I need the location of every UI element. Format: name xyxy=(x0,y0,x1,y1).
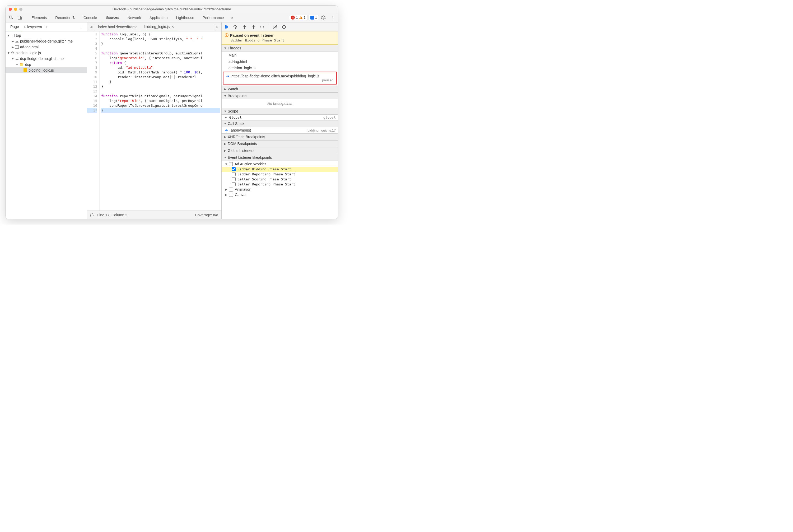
elb-checkbox[interactable] xyxy=(232,182,235,186)
global-listeners-header[interactable]: ▶Global Listeners xyxy=(222,147,338,154)
more-nav-tabs-icon[interactable]: » xyxy=(46,25,48,29)
coverage-status: Coverage: n/a xyxy=(195,213,218,217)
step-button[interactable] xyxy=(260,24,265,30)
tab-lighthouse[interactable]: Lighthouse xyxy=(172,14,198,22)
js-file-icon xyxy=(23,68,27,72)
thread-main[interactable]: Main xyxy=(222,52,338,58)
close-tab-icon[interactable]: ✕ xyxy=(171,24,174,29)
thread-bidding-logic[interactable]: ➔ https://dsp-fledge-demo.glitch.me/dsp/… xyxy=(223,72,337,84)
scope-header[interactable]: ▼Scope xyxy=(222,108,338,115)
file-tab-bidding[interactable]: bidding_logic.js✕ xyxy=(141,23,177,31)
issue-badge-icon xyxy=(310,16,314,20)
dom-breakpoints-header[interactable]: ▶DOM Breakpoints xyxy=(222,140,338,147)
partial-checkbox-icon[interactable]: − xyxy=(229,162,233,166)
tab-application[interactable]: Application xyxy=(146,14,171,22)
threads-header[interactable]: ▼Threads xyxy=(222,45,338,52)
callstack-frame[interactable]: ➔ (anonymous) bidding_logic.js:17 xyxy=(222,127,338,133)
tab-recorder[interactable]: Recorder ⚗ xyxy=(52,14,79,22)
line-gutter: 1234567891011121314151617 xyxy=(87,32,99,211)
elb-bidder-reporting-start[interactable]: Bidder Reporting Phase Start xyxy=(222,172,338,177)
svg-rect-12 xyxy=(284,26,285,28)
settings-icon[interactable] xyxy=(320,14,327,21)
warning-badge-icon xyxy=(299,16,303,19)
watch-header[interactable]: ▶Watch xyxy=(222,86,338,92)
step-into-button[interactable] xyxy=(242,24,247,30)
elb-category-ad-auction[interactable]: ▼−Ad Auction Worklet xyxy=(222,162,338,167)
svg-rect-11 xyxy=(283,26,284,28)
elb-category-animation[interactable]: ▶Animation xyxy=(222,187,338,192)
tab-network[interactable]: Network xyxy=(124,14,145,22)
navigator-panel: Page Filesystem » ⋮ ▼top ▶☁publisher-fle… xyxy=(5,22,87,219)
nav-tab-filesystem[interactable]: Filesystem xyxy=(22,23,45,31)
folder-icon: 📁 xyxy=(19,62,24,66)
tab-console[interactable]: Console xyxy=(80,14,101,22)
elb-checkbox[interactable] xyxy=(232,167,235,171)
issues-badge[interactable]: 1 xyxy=(308,15,319,20)
close-window-button[interactable] xyxy=(9,8,12,11)
deactivate-breakpoints-button[interactable] xyxy=(272,24,278,30)
pause-exceptions-button[interactable] xyxy=(281,24,287,30)
step-over-button[interactable] xyxy=(233,24,239,30)
current-frame-arrow-icon: ➔ xyxy=(225,128,228,132)
devtools-window: DevTools - publisher-fledge-demo.glitch.… xyxy=(5,5,338,219)
tree-item-adtag[interactable]: ▶ad-tag.html xyxy=(5,44,87,50)
minimize-window-button[interactable] xyxy=(14,8,17,11)
tree-item-domain[interactable]: ▶☁publisher-fledge-demo.glitch.me xyxy=(5,38,87,44)
flask-icon: ⚗ xyxy=(72,16,75,20)
more-tabs-icon[interactable]: » xyxy=(228,14,236,21)
device-toolbar-icon[interactable] xyxy=(16,14,23,21)
elb-category-canvas[interactable]: ▶Canvas xyxy=(222,192,338,197)
maximize-window-button[interactable] xyxy=(19,8,22,11)
elb-seller-reporting-start[interactable]: Seller Reporting Phase Start xyxy=(222,182,338,187)
nav-back-icon[interactable]: ◀ xyxy=(88,24,94,30)
svg-rect-4 xyxy=(225,25,226,28)
cloud-icon: ☁ xyxy=(15,39,19,43)
titlebar: DevTools - publisher-fledge-demo.glitch.… xyxy=(5,5,338,13)
svg-rect-0 xyxy=(10,16,12,18)
tree-item-worklet[interactable]: ▼⚙bidding_logic.js xyxy=(5,50,87,56)
tree-item-dsp-domain[interactable]: ▼☁dsp-fledge-demo.glitch.me xyxy=(5,56,87,61)
nav-kebab-icon[interactable]: ⋮ xyxy=(77,23,84,31)
scope-global-row[interactable]: ▶ Globalglobal xyxy=(222,115,338,120)
tab-elements[interactable]: Elements xyxy=(28,14,51,22)
console-badges[interactable]: ✕1 1 xyxy=(289,15,307,20)
elb-checkbox[interactable] xyxy=(229,188,233,191)
inspect-element-icon[interactable] xyxy=(8,14,15,21)
current-thread-arrow-icon: ➔ xyxy=(226,74,229,78)
thread-adtag[interactable]: ad-tag.html xyxy=(222,58,338,65)
kebab-menu-icon[interactable]: ⋮ xyxy=(328,14,336,21)
editor-panel: ◀ index.html?fencedframe bidding_logic.j… xyxy=(87,22,222,219)
tree-item-folder-dsp[interactable]: ▼📁dsp xyxy=(5,61,87,68)
code-content[interactable]: function log(label, o) { console.log(lab… xyxy=(99,32,221,211)
elb-checkbox[interactable] xyxy=(232,177,235,181)
file-tab-index[interactable]: index.html?fencedframe xyxy=(95,23,140,31)
breakpoints-header[interactable]: ▼Breakpoints xyxy=(222,92,338,99)
thread-decision[interactable]: decision_logic.js xyxy=(222,65,338,71)
elb-header[interactable]: ▼Event Listener Breakpoints xyxy=(222,154,338,161)
tree-item-bidding-logic[interactable]: bidding_logic.js xyxy=(5,68,87,73)
elb-seller-scoring-start[interactable]: Seller Scoring Phase Start xyxy=(222,177,338,182)
tab-performance[interactable]: Performance xyxy=(199,14,227,22)
format-button[interactable]: { } xyxy=(90,213,94,217)
elb-checkbox[interactable] xyxy=(229,193,233,197)
resume-button[interactable] xyxy=(224,24,229,30)
debugger-panel: ⓘPaused on event listener Bidder Bidding… xyxy=(222,22,338,219)
tree-item-top[interactable]: ▼top xyxy=(5,33,87,38)
nav-forward-icon[interactable]: ▶ xyxy=(214,24,220,30)
svg-point-10 xyxy=(282,25,286,29)
elb-bidder-bidding-start[interactable]: Bidder Bidding Phase Start xyxy=(222,167,338,172)
paused-banner: ⓘPaused on event listener Bidder Bidding… xyxy=(222,32,338,45)
info-icon: ⓘ xyxy=(225,33,228,38)
nav-tab-page[interactable]: Page xyxy=(8,23,22,31)
callstack-header[interactable]: ▼Call Stack xyxy=(222,120,338,127)
file-tree: ▼top ▶☁publisher-fledge-demo.glitch.me ▶… xyxy=(5,32,87,219)
step-out-button[interactable] xyxy=(251,24,257,30)
svg-point-8 xyxy=(260,26,261,27)
xhr-breakpoints-header[interactable]: ▶XHR/fetch Breakpoints xyxy=(222,133,338,140)
elb-checkbox[interactable] xyxy=(232,172,235,176)
frame-icon xyxy=(15,45,19,49)
tab-sources[interactable]: Sources xyxy=(102,13,122,22)
main-toolbar: Elements Recorder ⚗ Console Sources Netw… xyxy=(5,13,338,22)
code-editor[interactable]: 1234567891011121314151617 function log(l… xyxy=(87,32,221,211)
error-badge-icon: ✕ xyxy=(291,16,295,20)
